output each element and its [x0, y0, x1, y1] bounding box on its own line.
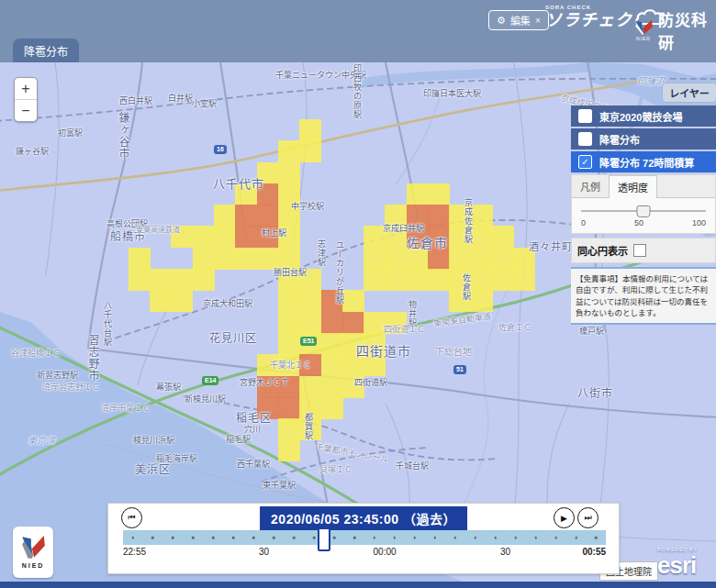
timeline-dot: [394, 537, 397, 539]
timeline-tick-labels: 22:553000:003000:55: [123, 547, 606, 558]
timeline-dot: [131, 537, 134, 539]
timeline-tick-label: 00:55: [582, 547, 606, 557]
timeline-dot: [554, 537, 557, 539]
nied-acronym: NIED: [636, 37, 651, 41]
timeline-tick-label: 22:55: [123, 547, 146, 557]
skip-to-end-button[interactable]: ⏭: [577, 507, 599, 528]
opacity-slider[interactable]: [581, 205, 706, 216]
nied-header-logo: NIED 防災科研: [633, 7, 716, 53]
map-zoom-control: + −: [14, 77, 38, 122]
timeline-dot: [353, 537, 356, 539]
panel-tabs: 凡例 透明度: [572, 175, 715, 198]
layer-label: 東京2020競技会場: [599, 109, 682, 124]
zoom-out-button[interactable]: −: [15, 100, 37, 121]
footer-strip: [0, 582, 716, 588]
tab-legend[interactable]: 凡例: [572, 175, 609, 197]
slider-thumb[interactable]: [637, 205, 651, 217]
timeline-dot: [192, 537, 195, 539]
edit-label: 編集: [510, 13, 531, 28]
edit-button[interactable]: ⚙ 編集 ×: [488, 10, 549, 30]
timeline-dot: [151, 537, 154, 539]
timeline-dot: [454, 537, 457, 539]
concentric-circle-panel: 同心円表示: [571, 238, 716, 263]
header-bar: ⚙ 編集 × SORA CHECK ソラチェク NIED 防災科研: [0, 0, 716, 62]
gear-icon: ⚙: [497, 15, 506, 27]
concentric-checkbox[interactable]: [633, 244, 646, 257]
sora-check-title: ソラチェク: [545, 12, 632, 28]
checkbox-unchecked-icon[interactable]: [578, 132, 592, 146]
timeline-tick-label: 30: [259, 547, 269, 557]
timeline-dot: [313, 537, 316, 539]
datetime-mode: （過去）: [403, 512, 456, 527]
timeline-dot: [232, 537, 235, 539]
checkbox-unchecked-icon[interactable]: [578, 109, 592, 123]
nied-name: 防災科研: [658, 7, 716, 53]
checkbox-checked-icon[interactable]: ✓: [578, 155, 592, 169]
layer-label: 降雹分布: [599, 132, 640, 147]
sora-check-subtitle: SORA CHECK: [545, 5, 632, 10]
skip-to-start-button[interactable]: ⏮: [121, 507, 142, 528]
layer-label: 降雹分布 72時間積算: [599, 155, 694, 170]
timeline-dot: [273, 537, 275, 539]
timeline-dot: [252, 537, 255, 539]
tab-label: 降雹分布: [24, 43, 68, 59]
esri-wordmark: esri: [657, 551, 696, 579]
timeline-dot: [534, 537, 537, 539]
slider-min-label: 0: [581, 218, 586, 227]
legend-opacity-panel: 凡例 透明度 0 50 100: [571, 174, 716, 234]
nied-mark-icon: [633, 19, 654, 36]
timeline-tick-label: 00:00: [374, 547, 397, 557]
disclaimer-text: 【免責事項】本情報の利用については自由ですが、利用に際して生じた不利益については…: [571, 267, 716, 325]
timeline-tick-label: 30: [500, 547, 510, 557]
timeline-dot: [414, 537, 417, 539]
timeline-dot: [293, 537, 296, 539]
timeline-dot: [494, 537, 497, 539]
slider-max-label: 100: [692, 218, 706, 227]
play-button[interactable]: ▶: [554, 507, 575, 528]
layers-button[interactable]: レイヤー: [662, 83, 716, 103]
layer-item-hail-72h[interactable]: ✓ 降雹分布 72時間積算: [571, 151, 716, 172]
timeline-dot: [475, 537, 477, 539]
slider-mid-label: 50: [634, 218, 643, 227]
layers-button-label: レイヤー: [669, 85, 710, 100]
timeline-track[interactable]: [123, 530, 606, 545]
timeline-dot: [595, 537, 598, 539]
nied-word: NIED: [22, 562, 45, 569]
timeline-dot: [514, 537, 517, 539]
layer-item-tokyo2020[interactable]: 東京2020競技会場: [571, 105, 716, 127]
timeline-dot: [434, 537, 437, 539]
timeline-dot: [374, 537, 376, 539]
timeline-dot: [575, 537, 577, 539]
timeline-dot: [333, 537, 336, 539]
zoom-in-button[interactable]: +: [15, 78, 37, 100]
concentric-label: 同心円表示: [577, 243, 628, 258]
tab-hail-distribution[interactable]: 降雹分布: [13, 39, 79, 62]
datetime-value: 2020/06/05 23:45:00: [271, 512, 399, 527]
esri-logo[interactable]: POWERED BY esri: [657, 548, 698, 577]
app-window: 鎌ヶ谷市八千代市佐倉市四街道市花見川区稲毛区美浜区習志野市八街市船橋市酒々井町下…: [0, 0, 716, 588]
timeline-dot: [172, 537, 174, 539]
timeline-datetime: 2020/06/05 23:45:00 （過去）: [260, 506, 467, 530]
nied-logo-icon: [19, 536, 47, 561]
tab-opacity[interactable]: 透明度: [609, 175, 657, 198]
layer-item-hail[interactable]: 降雹分布: [571, 128, 716, 150]
close-icon[interactable]: ×: [535, 16, 541, 26]
timeline-panel: ⏮ 2020/06/05 23:45:00 （過去） ▶ ⏭ 22:553000…: [107, 503, 620, 574]
layer-panel: 東京2020競技会場 降雹分布 ✓ 降雹分布 72時間積算 凡例 透明度 0: [571, 105, 716, 325]
timeline-dot: [212, 537, 215, 539]
nied-logo-badge: NIED: [13, 527, 53, 578]
